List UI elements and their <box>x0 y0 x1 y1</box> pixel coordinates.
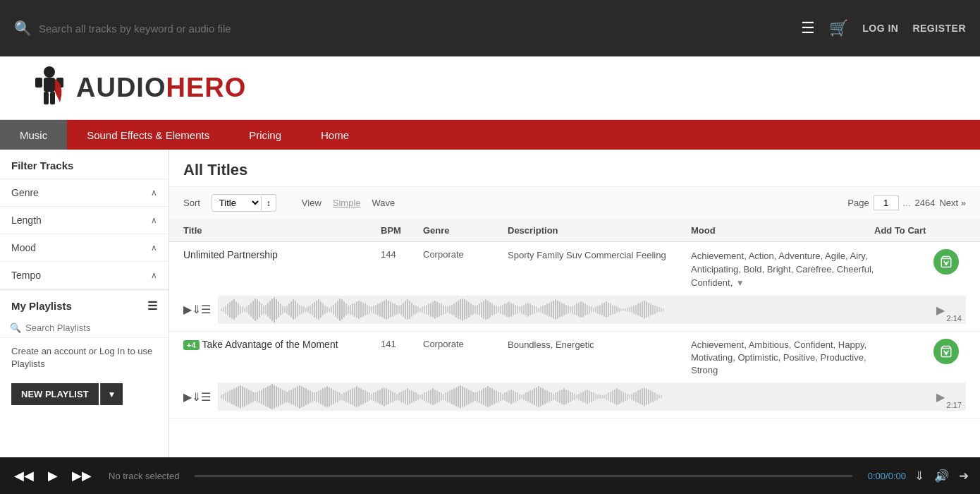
playlist-menu-icon[interactable]: ☰ <box>147 299 157 313</box>
track-row: Unlimited Partnership 144 Corporate Spor… <box>169 242 980 332</box>
nav-item-home[interactable]: Home <box>301 120 369 150</box>
sort-bar: Sort Title BPM Genre Mood ↕ View Simple … <box>169 187 980 219</box>
page-input[interactable] <box>874 195 899 210</box>
track-1-add-to-cart <box>874 249 959 275</box>
sidebar-filter-mood[interactable]: Mood ∧ <box>0 234 169 262</box>
view-wave-link[interactable]: Wave <box>372 198 396 208</box>
track-1-title: Unlimited Partnership <box>183 249 381 260</box>
sort-select[interactable]: Title BPM Genre Mood <box>212 195 261 211</box>
sort-order-button[interactable]: ↕ <box>261 196 276 210</box>
track-row: +4Take Advantage of the Moment 141 Corpo… <box>169 332 980 419</box>
track-2-waveform[interactable]: ▶ 2:17 <box>218 382 966 411</box>
track-row-top-2: +4Take Advantage of the Moment 141 Corpo… <box>183 339 966 378</box>
view-simple-link[interactable]: Simple <box>333 198 361 208</box>
genre-caret-icon: ∧ <box>151 188 157 198</box>
waveform-1-arrow-icon: ▶ <box>936 303 945 316</box>
player-volume-button[interactable]: 🔊 <box>934 469 949 483</box>
player-skip-back-button[interactable]: ◀◀ <box>11 468 37 483</box>
col-mood: Mood <box>691 225 874 236</box>
genre-label: Genre <box>11 187 39 198</box>
track-2-duration: 2:17 <box>947 401 962 409</box>
length-caret-icon: ∧ <box>151 215 157 225</box>
track-2-description: Boundless, Energetic <box>508 339 691 351</box>
col-description: Description <box>508 225 691 236</box>
playlist-search-input[interactable] <box>25 323 159 333</box>
page-next-link[interactable]: Next » <box>939 198 966 208</box>
nav-item-sound-effects[interactable]: Sound Effects & Elements <box>67 120 229 150</box>
logo-hero-text: HERO <box>166 73 246 103</box>
track-2-playlist-button[interactable]: ☰ <box>201 390 211 404</box>
player-track-label: No track selected <box>109 471 179 481</box>
nav-item-pricing[interactable]: Pricing <box>229 120 301 150</box>
top-search-bar: 🔍 ☰ 🛒 LOG IN REGISTER <box>0 0 980 56</box>
header-area: AUDIO HERO <box>0 56 980 120</box>
register-link[interactable]: REGISTER <box>912 23 966 34</box>
svg-rect-1 <box>44 78 55 92</box>
col-title: Title <box>183 225 381 236</box>
new-playlist-button[interactable]: NEW PLAYLIST <box>11 383 99 405</box>
sidebar-filter-tempo[interactable]: Tempo ∧ <box>0 262 169 289</box>
logo-audio-text: AUDIO <box>76 73 166 103</box>
track-1-download-button[interactable]: ⇓ <box>192 303 201 316</box>
track-1-bpm: 144 <box>381 249 423 260</box>
player-time-current: 0:00 <box>868 471 886 481</box>
player-download-button[interactable]: ⇓ <box>914 469 924 483</box>
track-row-top-1: Unlimited Partnership 144 Corporate Spor… <box>183 249 966 290</box>
track-1-description: Sporty Family Suv Commercial Feeling <box>508 249 691 262</box>
track-1-mood-expand-button[interactable]: ▼ <box>736 278 745 288</box>
hamburger-icon[interactable]: ☰ <box>801 19 815 37</box>
track-2-play-button[interactable]: ▶ <box>183 390 192 404</box>
track-1-mood-wrap: Achievement, Action, Adventure, Agile, A… <box>691 249 874 290</box>
page-wrap: Page ... 2464 Next » <box>847 195 966 210</box>
sidebar-filter-length[interactable]: Length ∧ <box>0 207 169 234</box>
playlist-create-text: Create an account or Log In to use Playl… <box>0 338 169 378</box>
cart-icon[interactable]: 🛒 <box>829 19 848 37</box>
player-progress-bar[interactable] <box>195 475 852 477</box>
track-1-playlist-button[interactable]: ☰ <box>201 303 211 316</box>
track-2-title: +4Take Advantage of the Moment <box>183 339 381 350</box>
track-2-download-button[interactable]: ⇓ <box>192 390 201 404</box>
waveform-2-arrow-icon: ▶ <box>936 390 945 404</box>
search-input[interactable] <box>39 23 794 35</box>
sort-label: Sort <box>183 198 200 208</box>
player-bar: ◀◀ ▶ ▶▶ No track selected 0:00/0:00 ⇓ 🔊 … <box>0 457 980 494</box>
sort-select-wrap: Title BPM Genre Mood ↕ <box>212 194 276 212</box>
track-1-add-to-cart-button[interactable] <box>933 249 959 275</box>
player-forward-button[interactable]: ➜ <box>959 469 969 483</box>
page-ellipsis: ... <box>903 198 911 208</box>
track-2-bpm: 141 <box>381 339 423 349</box>
playlist-search-icon: 🔍 <box>10 323 21 333</box>
nav-bar: Music Sound Effects & Elements Pricing H… <box>0 120 980 150</box>
tempo-caret-icon: ∧ <box>151 270 157 280</box>
playlist-search-wrap: 🔍 <box>0 318 169 338</box>
track-1-controls-row: ▶ ⇓ ☰ ▶ 2:14 <box>183 296 966 324</box>
sidebar-filter-genre[interactable]: Genre ∧ <box>0 179 169 207</box>
mood-label: Mood <box>11 242 36 253</box>
svg-point-0 <box>44 66 55 78</box>
content-area: All Titles Sort Title BPM Genre Mood ↕ V… <box>169 150 980 457</box>
svg-rect-2 <box>35 78 42 88</box>
tempo-label: Tempo <box>11 270 41 281</box>
svg-rect-4 <box>44 92 49 104</box>
track-2-mood: Achievement, Ambitious, Confident, Happy… <box>691 339 874 378</box>
my-playlists-label: My Playlists <box>11 300 72 312</box>
new-playlist-dropdown-button[interactable]: ▼ <box>100 383 123 405</box>
length-label: Length <box>11 215 42 226</box>
mood-caret-icon: ∧ <box>151 243 157 253</box>
view-label: View <box>302 198 321 208</box>
nav-item-music[interactable]: Music <box>0 120 67 150</box>
track-1-mood: Achievement, Action, Adventure, Agile, A… <box>691 251 874 288</box>
cart-add-icon-2 <box>940 345 953 358</box>
track-1-waveform[interactable]: ▶ 2:14 <box>218 296 966 324</box>
login-link[interactable]: LOG IN <box>862 23 898 34</box>
track-1-play-button[interactable]: ▶ <box>183 303 192 316</box>
track-2-add-to-cart-button[interactable] <box>933 339 959 364</box>
player-play-button[interactable]: ▶ <box>45 468 61 483</box>
track-2-controls-row: ▶ ⇓ ☰ ▶ 2:17 <box>183 382 966 411</box>
all-titles-header: All Titles <box>169 150 980 187</box>
svg-rect-5 <box>50 92 55 104</box>
col-genre: Genre <box>423 225 508 236</box>
player-skip-forward-button[interactable]: ▶▶ <box>69 468 94 483</box>
cart-add-icon <box>940 255 953 268</box>
track-table-header: Title BPM Genre Description Mood Add To … <box>169 219 980 242</box>
